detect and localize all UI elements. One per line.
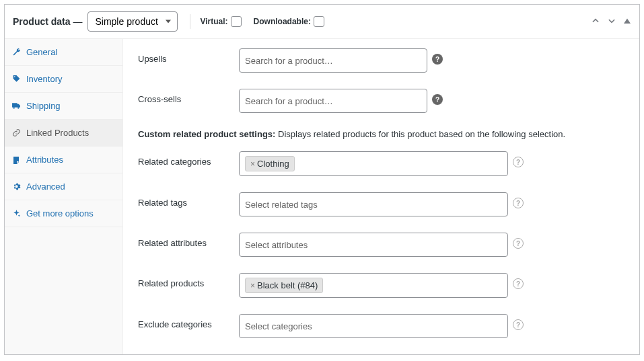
related-categories-label: Related categories	[138, 151, 239, 167]
panel-header: Product data — Simple product Virtual: D…	[5, 5, 639, 39]
remove-tag-icon[interactable]: ×	[250, 159, 255, 169]
tab-attributes[interactable]: Attributes	[5, 147, 122, 173]
help-icon[interactable]: ?	[513, 238, 524, 249]
sparkle-icon	[11, 209, 21, 218]
wrench-icon	[11, 48, 21, 56]
tab-get-more-options[interactable]: Get more options	[5, 200, 122, 227]
exclude-categories-input[interactable]: Select categories	[239, 314, 508, 338]
truck-icon	[11, 102, 21, 110]
toggle-panel-icon[interactable]	[623, 17, 631, 27]
tab-label: Advanced	[26, 182, 65, 192]
downloadable-checkbox[interactable]	[314, 16, 324, 27]
cross-sells-row: Cross-sells Search for a product… ?	[138, 89, 624, 113]
note-icon	[11, 156, 21, 164]
panel-title: Product data —	[13, 16, 82, 27]
tag-black-belt[interactable]: ×Black belt (#84)	[245, 278, 323, 293]
svg-marker-0	[624, 18, 631, 24]
placeholder-text: Select categories	[245, 321, 312, 331]
gear-icon	[11, 182, 21, 191]
virtual-label[interactable]: Virtual:	[200, 16, 241, 27]
help-icon[interactable]: ?	[432, 54, 443, 65]
placeholder-text: Search for a product…	[245, 56, 333, 66]
tab-linked-products[interactable]: Linked Products	[5, 120, 122, 147]
product-type-select[interactable]: Simple product	[87, 11, 178, 32]
link-icon	[11, 128, 21, 137]
placeholder-text: Select attributes	[245, 240, 308, 250]
product-data-panel: Product data — Simple product Virtual: D…	[4, 4, 640, 355]
tab-label: General	[26, 47, 57, 57]
tag-clothing[interactable]: ×Clothing	[245, 156, 295, 171]
related-categories-row: Related categories ×Clothing ?	[138, 151, 624, 176]
related-tags-input[interactable]: Select related tags	[239, 192, 508, 216]
tag-text: Clothing	[257, 159, 289, 169]
downloadable-label-text: Downloadable:	[254, 17, 311, 26]
move-up-icon[interactable]	[591, 16, 600, 28]
divider	[190, 14, 190, 29]
product-type-select-wrap: Simple product	[87, 11, 178, 32]
tag-text: Black belt (#84)	[257, 280, 318, 290]
panel-title-text: Product data	[13, 16, 71, 27]
section-description: Custom related product settings: Display…	[138, 129, 624, 139]
tab-shipping[interactable]: Shipping	[5, 93, 122, 120]
tab-label: Inventory	[26, 74, 62, 84]
help-icon[interactable]: ?	[513, 198, 524, 208]
upsells-input[interactable]: Search for a product…	[239, 48, 427, 73]
virtual-checkbox[interactable]	[231, 16, 242, 27]
related-products-row: Related products ×Black belt (#84) ?	[138, 273, 624, 298]
help-icon[interactable]: ?	[513, 157, 524, 167]
remove-tag-icon[interactable]: ×	[250, 281, 255, 290]
tag-icon	[11, 75, 21, 83]
virtual-label-text: Virtual:	[200, 17, 227, 26]
panel-controls	[591, 16, 631, 28]
tab-label: Shipping	[26, 101, 61, 111]
move-down-icon[interactable]	[607, 16, 616, 28]
cross-sells-input[interactable]: Search for a product…	[239, 89, 427, 113]
help-icon[interactable]: ?	[432, 94, 443, 105]
product-data-tabs: General Inventory Shipping Linked Produc…	[5, 39, 123, 354]
related-attributes-label: Related attributes	[138, 233, 239, 248]
tab-general[interactable]: General	[5, 39, 122, 66]
help-icon[interactable]: ?	[513, 319, 524, 330]
tab-inventory[interactable]: Inventory	[5, 66, 122, 93]
related-products-label: Related products	[138, 273, 239, 288]
dash: —	[73, 16, 82, 27]
related-tags-row: Related tags Select related tags ?	[138, 192, 624, 216]
upsells-row: Upsells Search for a product… ?	[138, 48, 624, 73]
tab-label: Get more options	[26, 208, 94, 218]
tab-label: Attributes	[26, 155, 63, 165]
related-tags-label: Related tags	[138, 192, 239, 208]
tab-advanced[interactable]: Advanced	[5, 173, 122, 200]
related-attributes-row: Related attributes Select attributes ?	[138, 233, 624, 257]
related-attributes-input[interactable]: Select attributes	[239, 233, 508, 257]
related-products-input[interactable]: ×Black belt (#84)	[239, 273, 508, 298]
downloadable-label[interactable]: Downloadable:	[254, 16, 324, 27]
tab-label: Linked Products	[26, 128, 89, 138]
linked-products-content: Upsells Search for a product… ? Cross-se…	[123, 39, 639, 354]
placeholder-text: Select related tags	[245, 200, 318, 210]
desc-bold: Custom related product settings:	[138, 129, 275, 139]
upsells-label: Upsells	[138, 48, 239, 64]
cross-sells-label: Cross-sells	[138, 89, 239, 104]
help-icon[interactable]: ?	[513, 278, 524, 289]
panel-body: General Inventory Shipping Linked Produc…	[5, 39, 639, 354]
related-categories-input[interactable]: ×Clothing	[239, 151, 508, 176]
exclude-categories-label: Exclude categories	[138, 314, 239, 329]
exclude-categories-row: Exclude categories Select categories ?	[138, 314, 624, 338]
desc-rest: Displays related products for this produ…	[275, 129, 565, 139]
placeholder-text: Search for a product…	[245, 96, 333, 106]
